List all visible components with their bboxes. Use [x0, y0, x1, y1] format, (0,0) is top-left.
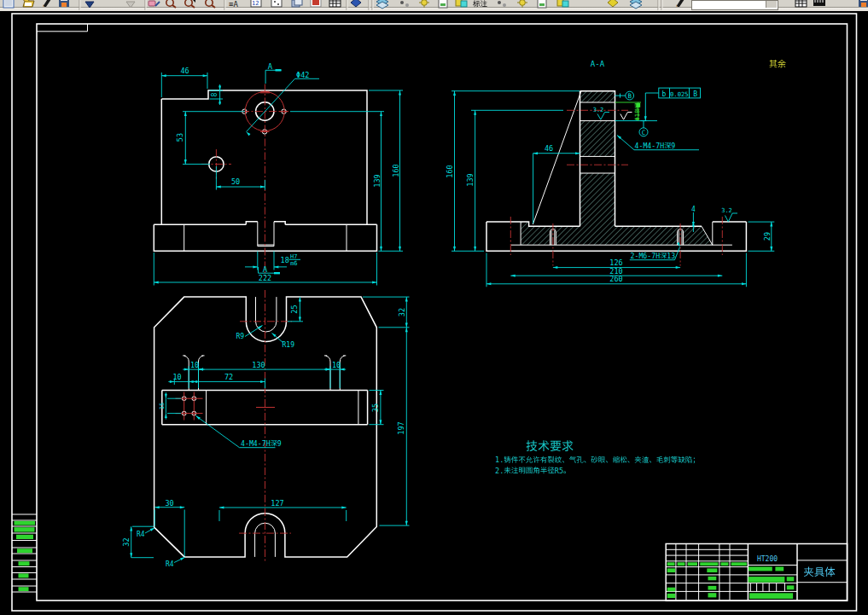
- svg-text:2: 2: [267, 274, 271, 282]
- anno-front-dim-46: 46: [180, 67, 189, 75]
- title-block-field: [707, 568, 717, 572]
- anno-fcf-datum: B: [693, 90, 697, 98]
- anno-section-dim-126: 126: [609, 258, 622, 267]
- anno-section-note-m6: 2-M6-7H13: [631, 252, 676, 260]
- svg-text:0: 0: [619, 275, 623, 283]
- anno-section-dim-4: 4: [691, 206, 696, 213]
- anno-plan-dim-32-bottom: 32: [122, 537, 131, 546]
- anno-plan-dim-197: 197: [397, 421, 405, 434]
- svg-text:5: 5: [559, 467, 563, 475]
- anno-plan-rad-R9: R9: [236, 333, 245, 340]
- title-block-field: [721, 562, 729, 566]
- anno-front-dim-18: 18: [281, 256, 289, 264]
- svg-text:5: 5: [290, 305, 299, 309]
- title-block-field: [749, 593, 793, 599]
- svg-text:9: 9: [277, 439, 282, 448]
- anno-plan-dim-130: 130: [252, 361, 265, 369]
- margin-table-field: [16, 535, 33, 539]
- svg-text:0: 0: [178, 373, 182, 381]
- svg-text:0: 0: [236, 177, 240, 186]
- anno-front-dim-50: 50: [231, 177, 240, 186]
- title-block-field: [749, 566, 772, 571]
- anno-fcf-tolerance: 0.025: [670, 90, 689, 98]
- svg-text:9: 9: [373, 174, 382, 178]
- title-block-field: [688, 562, 697, 566]
- anno-plan-dim-10-right: 10: [332, 361, 341, 369]
- anno-front-dim-160: 160: [392, 164, 400, 177]
- svg-text:4: 4: [170, 560, 174, 568]
- anno-front-dim-53: 53: [176, 133, 184, 142]
- anno-plan-dim-25: 25: [290, 305, 299, 313]
- anno-front-dim-222: 222: [259, 274, 271, 282]
- anno-plan-rad-R4-bottom: R4: [166, 560, 174, 568]
- svg-text:2: 2: [229, 373, 233, 381]
- svg-text:7: 7: [397, 421, 405, 426]
- anno-front-dim-8: 8: [211, 92, 218, 96]
- title-block-field: [731, 562, 747, 566]
- anno-tb-material: HT200: [757, 555, 778, 563]
- svg-text:6: 6: [549, 144, 553, 153]
- anno-front-section-A-top: A: [268, 62, 273, 71]
- margin-table-field: [15, 521, 36, 525]
- svg-text:6: 6: [185, 67, 189, 75]
- title-block-field: [787, 577, 795, 581]
- anno-front-dia-42: Φ42: [296, 71, 309, 79]
- svg-text:A: A: [600, 60, 605, 68]
- anno-section-dim-46: 46: [545, 144, 553, 153]
- title-block-field: [787, 585, 795, 589]
- anno-section-dim-29: 29: [763, 232, 772, 241]
- svg-text:0: 0: [261, 361, 265, 369]
- svg-text:0: 0: [619, 267, 623, 276]
- svg-text:H: H: [655, 252, 660, 260]
- anno-plan-dim-30: 30: [165, 499, 173, 508]
- svg-text:C: C: [642, 129, 646, 136]
- margin-table-field: [19, 561, 30, 566]
- svg-text:0: 0: [195, 361, 199, 369]
- svg-text:3: 3: [176, 133, 184, 137]
- model-space-background[interactable]: [0, 11, 868, 615]
- svg-text:9: 9: [240, 333, 244, 340]
- anno-plan-dim-10-hole: 10: [172, 373, 181, 381]
- svg-text:7: 7: [280, 499, 284, 508]
- svg-text:3: 3: [671, 252, 675, 260]
- svg-text:A: A: [268, 62, 273, 71]
- title-block-field: [667, 588, 676, 592]
- svg-text:9: 9: [671, 142, 675, 150]
- title-block-field: [667, 562, 675, 566]
- title-block-field: [708, 593, 717, 597]
- svg-text:9: 9: [763, 232, 772, 236]
- svg-text:8: 8: [285, 256, 289, 264]
- anno-section-title: A-A: [591, 60, 605, 68]
- anno-plan-dim-15: 15: [159, 403, 166, 409]
- anno-plan-rad-R4-top: R4: [137, 531, 145, 538]
- drawing-canvas[interactable]: 468Φ42535016013922218H7m6AAA-A16013946b0…: [0, 0, 868, 615]
- anno-plan-dim-32-top: 32: [398, 308, 406, 316]
- svg-text:4: 4: [141, 531, 145, 538]
- svg-text:6: 6: [619, 258, 623, 267]
- margin-table-field: [15, 527, 35, 531]
- title-block-field: [775, 566, 784, 571]
- title-block-field: [678, 562, 685, 566]
- anno-front-dim-139: 139: [373, 174, 382, 187]
- svg-text:2: 2: [305, 71, 309, 79]
- svg-text:0: 0: [392, 164, 400, 168]
- anno-section-dim-260: 260: [609, 275, 622, 283]
- title-block-field: [708, 577, 717, 580]
- anno-front-fit-H7: H7: [290, 253, 297, 260]
- title-block-field: [749, 577, 785, 583]
- svg-text:B: B: [693, 90, 697, 98]
- anno-section-ra-bore: 3.2: [593, 107, 604, 113]
- svg-text:2: 2: [729, 207, 732, 214]
- svg-text:9: 9: [290, 341, 294, 349]
- anno-section-dim-160: 160: [446, 165, 454, 177]
- svg-text:0: 0: [170, 499, 174, 508]
- svg-text:5: 5: [684, 90, 688, 98]
- anno-section-dim-139: 139: [466, 173, 475, 186]
- svg-text:b: b: [661, 90, 666, 98]
- anno-section-dim-210: 210: [609, 267, 622, 276]
- svg-text:A: A: [263, 265, 268, 274]
- anno-plan-rad-R19: R19: [283, 341, 295, 349]
- anno-fcf-symbol: b: [661, 90, 666, 98]
- svg-text:2: 2: [122, 537, 131, 542]
- svg-text:8: 8: [211, 92, 218, 96]
